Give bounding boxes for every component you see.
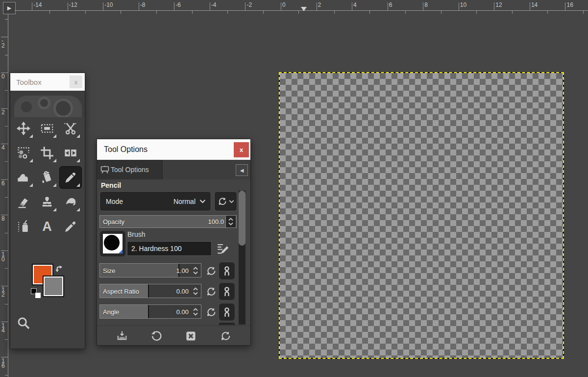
size-spinner[interactable] bbox=[191, 264, 200, 277]
swap-colors-button[interactable] bbox=[54, 264, 64, 274]
tool-button-airbrush[interactable] bbox=[12, 215, 35, 238]
brush-name-field[interactable]: 2. Hardness 100 bbox=[127, 241, 212, 256]
default-colors-button-white[interactable] bbox=[35, 292, 41, 299]
tool-options-titlebar[interactable]: Tool Options x bbox=[97, 139, 250, 160]
tool-options-title: Tool Options bbox=[97, 145, 234, 154]
ruler-tick bbox=[68, 2, 68, 11]
tool-button-fuzzy-select[interactable] bbox=[12, 142, 35, 164]
mode-dropdown[interactable]: Mode Normal bbox=[99, 191, 211, 211]
tool-button-paintbrush[interactable] bbox=[12, 166, 35, 189]
ruler-tick bbox=[530, 2, 530, 11]
tool-button-pencil[interactable] bbox=[59, 166, 82, 189]
tool-options-close-button[interactable]: x bbox=[234, 142, 249, 157]
ruler-minor-tick bbox=[5, 90, 8, 91]
tool-button-color-picker[interactable] bbox=[59, 215, 82, 238]
opacity-spinner[interactable] bbox=[225, 216, 236, 227]
tool-button-scissors[interactable] bbox=[59, 117, 82, 140]
crop-icon bbox=[40, 146, 54, 160]
tool-button-move[interactable] bbox=[12, 117, 35, 140]
edit-brush-button[interactable] bbox=[216, 241, 230, 255]
delete-button[interactable] bbox=[184, 329, 198, 343]
ruler-label: 4 bbox=[353, 1, 357, 8]
size-slider[interactable]: Size 1.00 bbox=[99, 263, 201, 277]
tool-group-arrow-icon bbox=[76, 183, 80, 187]
ruler-minor-tick bbox=[512, 10, 513, 14]
reset-defaults-button[interactable] bbox=[219, 329, 232, 343]
ruler-label: -10 bbox=[104, 1, 113, 8]
opacity-value: 100.0 bbox=[208, 218, 224, 226]
ruler-label: -2 bbox=[246, 1, 252, 8]
opacity-slider[interactable]: Opacity 100.0 bbox=[99, 215, 237, 228]
ruler-tick bbox=[459, 2, 459, 11]
tool-button-bucket-fill[interactable] bbox=[36, 166, 58, 189]
angle-slider[interactable]: Angle 0.00 bbox=[99, 304, 201, 319]
aspect-ratio-label: Aspect Ratio bbox=[103, 287, 139, 295]
tool-button-zoom[interactable] bbox=[12, 312, 35, 334]
ruler-label: 2 bbox=[318, 1, 321, 8]
tool-options-tabbar: Tool Options ◀ bbox=[97, 160, 250, 179]
scrollbar-thumb[interactable] bbox=[239, 191, 245, 246]
ruler-minor-tick bbox=[405, 10, 406, 14]
ruler-minor-tick bbox=[85, 10, 86, 14]
ruler-tick bbox=[210, 2, 210, 11]
ruler-tick bbox=[139, 2, 139, 11]
ruler-minor-tick bbox=[5, 19, 8, 20]
size-link-button[interactable] bbox=[219, 262, 235, 280]
pencil-icon bbox=[64, 171, 77, 184]
save-preset-icon bbox=[117, 330, 127, 341]
ruler-minor-tick bbox=[5, 339, 8, 340]
ruler-minor-tick bbox=[192, 10, 193, 14]
aspect-ratio-spinner[interactable] bbox=[191, 284, 200, 298]
brush-preview[interactable] bbox=[100, 231, 125, 256]
horizontal-ruler[interactable]: -14-12-10-8-6-4-20246810121416 bbox=[0, 0, 588, 14]
ruler-label: 2 bbox=[1, 110, 5, 115]
mode-switch-reset-button[interactable] bbox=[214, 191, 237, 211]
ruler-tick bbox=[317, 2, 317, 11]
brush-label: Brush bbox=[127, 230, 146, 238]
tool-button-eraser[interactable] bbox=[12, 191, 35, 213]
brush-name: 2. Hardness 100 bbox=[131, 245, 182, 252]
ruler-minor-tick bbox=[5, 55, 8, 55]
tab-label: Tool Options bbox=[111, 166, 149, 174]
angle-spinner[interactable] bbox=[191, 305, 200, 318]
edit-brush-icon bbox=[217, 242, 229, 254]
tab-tool-options[interactable]: Tool Options bbox=[97, 160, 163, 179]
tool-button-flip[interactable] bbox=[59, 142, 82, 164]
revert-button[interactable] bbox=[149, 329, 163, 343]
ruler-minor-tick bbox=[476, 10, 477, 14]
aspect-ratio-slider[interactable]: Aspect Ratio 0.00 bbox=[99, 284, 201, 298]
tab-menu-button[interactable]: ◀ bbox=[236, 164, 248, 176]
image-canvas[interactable] bbox=[279, 72, 564, 359]
tool-button-smudge[interactable] bbox=[59, 191, 82, 213]
aspect-ratio-link-button[interactable] bbox=[219, 282, 235, 301]
tool-options-scrollbar[interactable] bbox=[239, 191, 245, 325]
vertical-ruler[interactable]: - 2024681 01 21 41 6 bbox=[0, 14, 9, 377]
tool-grid: A bbox=[12, 116, 83, 239]
aspect-ratio-reset-button[interactable] bbox=[205, 285, 217, 297]
ruler-label: 0 bbox=[1, 74, 5, 79]
toolbox-close-button[interactable]: x bbox=[70, 75, 82, 88]
tool-button-text[interactable]: A bbox=[36, 215, 58, 238]
active-tool-name: Pencil bbox=[101, 181, 121, 189]
mode-label: Mode bbox=[106, 198, 173, 205]
angle-reset-button[interactable] bbox=[205, 306, 217, 318]
save-preset-button[interactable] bbox=[115, 329, 129, 343]
tool-group-arrow-icon bbox=[76, 159, 80, 162]
ruler-label: 12 bbox=[495, 1, 502, 8]
toolbox-titlebar[interactable]: Toolbox x bbox=[10, 73, 85, 91]
airbrush-icon bbox=[17, 220, 30, 233]
angle-link-button[interactable] bbox=[219, 303, 235, 321]
tool-button-crop[interactable] bbox=[36, 142, 58, 164]
ruler-label: 8 bbox=[424, 1, 428, 8]
ruler-label: -14 bbox=[33, 1, 42, 8]
ruler-minor-tick bbox=[441, 10, 441, 14]
ruler-minor-tick bbox=[263, 10, 264, 14]
background-color-swatch[interactable] bbox=[44, 276, 63, 296]
tool-group-arrow-icon bbox=[76, 134, 80, 138]
angle-value: 0.00 bbox=[176, 308, 189, 315]
brush-thumbnail bbox=[103, 234, 122, 253]
transparency-checkerboard bbox=[280, 73, 563, 358]
size-reset-button[interactable] bbox=[205, 265, 217, 276]
tool-button-rectangle-select[interactable] bbox=[36, 117, 58, 140]
tool-button-clone[interactable] bbox=[36, 191, 58, 213]
